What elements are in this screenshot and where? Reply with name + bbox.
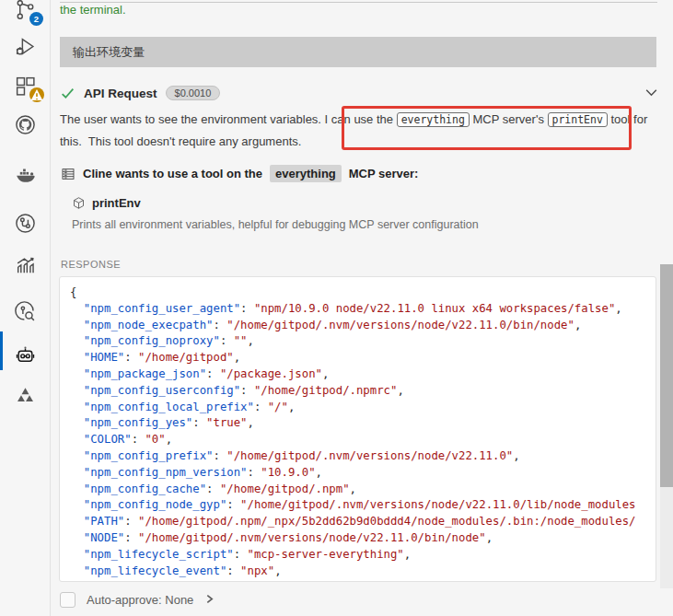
collapse-chevron[interactable]: [644, 85, 659, 104]
sidebar-item-cline[interactable]: [0, 334, 51, 375]
mcp-server-badge: everything: [270, 165, 342, 182]
api-cost-badge: $0.0010: [166, 86, 221, 100]
auto-approve-expand[interactable]: [204, 591, 215, 608]
inline-code: printEnv: [548, 112, 608, 127]
json-line: "npm_lifecycle_event": "npx",: [70, 564, 656, 580]
sidebar-item-github[interactable]: [0, 104, 51, 145]
tool-name: printEnv: [92, 196, 141, 210]
api-request-label: API Request: [84, 87, 157, 100]
json-line: "npm_config_cache": "/home/gitpod/.npm",: [70, 482, 656, 498]
json-line: "COLOR": "0",: [70, 432, 656, 448]
cline-chat-view: { "colors": { "accent_blue_badge": "#0e7…: [0, 0, 673, 616]
package-cube-icon: [72, 196, 86, 210]
chevron-down-icon: [644, 85, 659, 100]
sidebar-item-docker[interactable]: [0, 155, 51, 195]
json-line: "npm_config_local_prefix": "/",: [70, 400, 656, 416]
json-line: "HOME": "/home/gitpod",: [70, 350, 656, 366]
section-divider: [60, 2, 657, 3]
json-line: "npm_package_json": "/package.json",: [70, 366, 656, 383]
pinwheel-icon: [14, 385, 37, 408]
stats-graph-icon: [14, 254, 37, 277]
response-json: { "npm_config_user_agent": "npm/10.9.0 n…: [60, 277, 656, 579]
json-line: "PATH": "/home/gitpod/.npm/_npx/5b2dd62b…: [70, 514, 656, 530]
json-line: "npm_config_userconfig": "/home/gitpod/.…: [70, 383, 656, 400]
tool-request-prefix: Cline wants to use a tool on the: [83, 167, 262, 180]
json-line: "npm_config_yes": "true",: [70, 415, 656, 432]
sidebar-item-run-and-debug[interactable]: [0, 26, 51, 66]
reasoning-segment: The user wants to see the environment va…: [60, 112, 397, 126]
git-history-search-icon: [14, 300, 37, 323]
sidebar-item-extensions[interactable]: [0, 65, 51, 106]
json-line: "npm_config_user_agent": "npm/10.9.0 nod…: [70, 301, 656, 318]
response-scrollbar[interactable]: [660, 264, 673, 588]
json-line: "NODE": "/home/gitpod/.nvm/versions/node…: [70, 530, 656, 547]
warning-icon: [29, 84, 44, 107]
response-code-box: { "npm_config_user_agent": "npm/10.9.0 n…: [59, 276, 656, 582]
sidebar-item-commit-graph[interactable]: [0, 203, 51, 243]
tool-row: printEnv: [72, 196, 141, 210]
json-line: "npm_config_npm_version": "10.9.0",: [70, 465, 656, 482]
active-item-indicator: [0, 331, 3, 370]
extensions-warning-badge: [29, 87, 44, 102]
tool-request-header: Cline wants to use a tool on the everyth…: [61, 165, 418, 182]
response-label: RESPONSE: [61, 259, 121, 270]
api-request-row[interactable]: API Request $0.0010: [60, 83, 220, 103]
sidebar-item-stats[interactable]: [0, 245, 51, 285]
source-control-badge: 2: [29, 12, 43, 26]
docker-icon: [14, 164, 37, 187]
json-line: {: [70, 285, 656, 301]
commit-graph-icon: [14, 212, 37, 235]
json-line: "npm_lifecycle_script": "mcp-server-ever…: [70, 547, 656, 564]
sidebar-item-git-history-search[interactable]: [0, 291, 51, 331]
previous-message-tail: the terminal.: [60, 3, 126, 17]
json-line: "npm_config_node_gyp": "/home/gitpod/.nv…: [70, 497, 656, 514]
reasoning-text: The user wants to see the environment va…: [60, 109, 658, 153]
auto-approve-label: Auto-approve: None: [87, 593, 193, 607]
server-icon: [61, 167, 75, 181]
auto-approve-checkbox[interactable]: [60, 592, 75, 608]
user-message-bar: 输出环境变量: [60, 37, 656, 67]
tool-request-suffix: MCP server:: [349, 167, 419, 180]
json-line: "npm_config_prefix": "/home/gitpod/.nvm/…: [70, 448, 656, 465]
activity-bar: 2: [0, 0, 51, 616]
reasoning-segment: MCP server's: [470, 112, 548, 126]
user-message-text: 输出环境变量: [73, 44, 145, 61]
check-icon: [60, 86, 75, 101]
cline-robot-icon: [14, 343, 37, 366]
github-icon: [14, 113, 37, 136]
tool-description: Prints all environment variables, helpfu…: [72, 218, 479, 231]
json-line: "npm_node_execpath": "/home/gitpod/.nvm/…: [70, 318, 656, 334]
run-and-debug-icon: [14, 35, 37, 58]
inline-code: everything: [397, 112, 470, 127]
json-line: "npm_config_noproxy": "",: [70, 333, 656, 350]
scrollbar-thumb[interactable]: [660, 264, 673, 487]
sidebar-item-pinwheel-extension[interactable]: [0, 376, 51, 416]
chevron-right-icon: [204, 594, 215, 604]
auto-approve-row[interactable]: Auto-approve: None: [60, 591, 215, 608]
